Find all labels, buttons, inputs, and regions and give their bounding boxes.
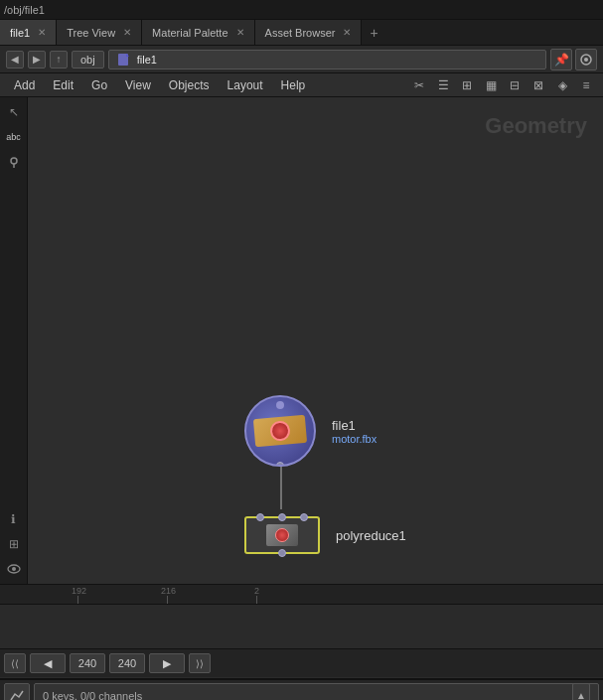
file1-connector-bottom[interactable]: [276, 462, 284, 467]
ruler-tick-line-216: [167, 596, 168, 604]
tool-more-icon[interactable]: ≡: [575, 74, 597, 96]
tab-tree-view-label: Tree View: [67, 27, 115, 39]
tool-box-icon[interactable]: ⊠: [528, 74, 549, 96]
nav-back-button[interactable]: ◀: [6, 51, 24, 69]
path-right-buttons: 📌: [550, 49, 597, 70]
timeline-area: 192 216 2 ⟨⟨ ◀ 240 240 ▶ ⟩⟩: [0, 584, 603, 678]
tab-asset-browser[interactable]: Asset Browser ✕: [255, 20, 363, 45]
nav-up-button[interactable]: ↑: [50, 51, 68, 69]
file1-node-sublabel: motor.fbx: [332, 433, 377, 445]
node-polyreduce1[interactable]: polyreduce1: [244, 516, 406, 554]
polyreduce1-emblem: [275, 528, 289, 542]
ruler-tick-line-2: [256, 596, 257, 604]
tool-grid-icon[interactable]: ⊞: [456, 74, 478, 96]
tab-material-palette[interactable]: Material Palette ✕: [142, 20, 254, 45]
file1-dot-top: [276, 401, 284, 409]
polyreduce1-node-body[interactable]: [244, 516, 320, 554]
tab-asset-browser-label: Asset Browser: [265, 27, 336, 39]
bp-icon-left[interactable]: [4, 683, 30, 701]
sidebar-icon-cursor[interactable]: ↖: [3, 101, 25, 123]
tab-file1[interactable]: file1 ✕: [0, 20, 57, 45]
tool-minus-icon[interactable]: ⊟: [504, 74, 526, 96]
tool-cut-icon[interactable]: ✂: [408, 74, 430, 96]
top-bar-path: /obj/file1: [4, 4, 45, 16]
sidebar-icon-abc[interactable]: abc: [3, 126, 25, 148]
main-area: ↖ abc ℹ ⊞ Geometry: [0, 97, 603, 584]
menu-objects[interactable]: Objects: [161, 76, 218, 94]
bottom-panel: 0 keys, 0/0 channels ▲ Key All Channels …: [0, 678, 603, 700]
eye-icon: [7, 563, 21, 575]
ruler-tick-label-2: 2: [254, 586, 259, 596]
tool-dotgrid-icon[interactable]: ▦: [480, 74, 502, 96]
keys-info-up-arrow[interactable]: ▲: [572, 683, 590, 701]
svg-point-3: [584, 58, 588, 62]
tl-frame-display-left[interactable]: 240: [70, 653, 105, 673]
timeline-ruler: 192 216 2: [0, 585, 603, 605]
ruler-tick-line-192: [77, 596, 78, 604]
breadcrumb-obj[interactable]: obj: [72, 51, 104, 69]
keys-info-text: 0 keys, 0/0 channels: [43, 690, 142, 701]
channel-keys-info: 0 keys, 0/0 channels ▲: [34, 683, 599, 701]
tl-frame-display-right[interactable]: 240: [109, 653, 145, 673]
timeline-controls: ⟨⟨ ◀ 240 240 ▶ ⟩⟩: [0, 649, 603, 677]
polyreduce1-node-label: polyreduce1: [336, 528, 406, 543]
tab-material-palette-label: Material Palette: [152, 27, 227, 39]
bottom-row1: 0 keys, 0/0 channels ▲: [0, 680, 603, 700]
tl-frame-arrow-left[interactable]: ◀: [30, 653, 66, 673]
tab-material-palette-close[interactable]: ✕: [236, 27, 244, 38]
tool-list-icon[interactable]: ☰: [432, 74, 454, 96]
sidebar-icon-location[interactable]: [3, 151, 25, 173]
tl-back-start-button[interactable]: ⟨⟨: [4, 653, 26, 673]
polyreduce1-connector-top-mid[interactable]: [278, 513, 286, 521]
ruler-tick-label-216: 216: [161, 586, 176, 596]
network-canvas[interactable]: Geometry file1 motor.fbx: [28, 97, 603, 584]
file1-inner: [253, 415, 307, 447]
tl-forward-end-button[interactable]: ⟩⟩: [189, 653, 211, 673]
tab-tree-view-close[interactable]: ✕: [123, 27, 131, 38]
file-icon: [117, 53, 131, 67]
file-name: file1: [137, 54, 157, 66]
path-row: ◀ ▶ ↑ obj file1 📌: [0, 46, 603, 73]
node-file1[interactable]: file1 motor.fbx: [244, 395, 377, 467]
geometry-label: Geometry: [485, 113, 587, 139]
graph-icon: [9, 688, 25, 701]
add-tab-button[interactable]: +: [362, 20, 385, 45]
menu-right-icons: ✂ ☰ ⊞ ▦ ⊟ ⊠ ◈ ≡: [408, 74, 597, 96]
sidebar-icon-info[interactable]: ℹ: [3, 508, 25, 530]
file-selector[interactable]: file1: [108, 50, 546, 70]
tab-asset-browser-close[interactable]: ✕: [343, 27, 351, 38]
file1-emblem: [269, 420, 291, 442]
camera-icon: [579, 53, 593, 67]
menu-go[interactable]: Go: [83, 76, 115, 94]
ruler-tick-label-192: 192: [72, 586, 86, 596]
menu-help[interactable]: Help: [273, 76, 314, 94]
menu-add[interactable]: Add: [6, 76, 43, 94]
tab-tree-view[interactable]: Tree View ✕: [57, 20, 142, 45]
menu-edit[interactable]: Edit: [45, 76, 81, 94]
sidebar-icon-grid[interactable]: ⊞: [3, 533, 25, 555]
svg-point-7: [12, 567, 16, 571]
polyreduce1-connector-top-right[interactable]: [300, 513, 308, 521]
polyreduce1-connector-top-left[interactable]: [256, 513, 264, 521]
tl-frame-arrow-right[interactable]: ▶: [149, 653, 185, 673]
camera-icon-btn[interactable]: [575, 49, 597, 70]
connections-svg: [28, 97, 603, 584]
tool-diamond-icon[interactable]: ◈: [551, 74, 573, 96]
polyreduce1-labels: polyreduce1: [328, 528, 406, 543]
tab-file1-close[interactable]: ✕: [38, 27, 46, 38]
sidebar-icon-eye[interactable]: [3, 558, 25, 580]
polyreduce1-connector-bottom[interactable]: [278, 549, 286, 557]
tab-file1-label: file1: [10, 27, 30, 39]
polyreduce1-inner: [266, 524, 298, 546]
menu-layout[interactable]: Layout: [220, 76, 271, 94]
menu-bar: Add Edit Go View Objects Layout Help ✂ ☰…: [0, 73, 603, 97]
tabs-row: file1 ✕ Tree View ✕ Material Palette ✕ A…: [0, 20, 603, 46]
timeline-content[interactable]: [0, 605, 603, 649]
location-icon: [7, 155, 21, 169]
file1-labels: file1 motor.fbx: [324, 418, 377, 445]
left-sidebar: ↖ abc ℹ ⊞: [0, 97, 28, 584]
pin-button[interactable]: 📌: [550, 49, 572, 70]
file1-node-body[interactable]: [244, 395, 316, 467]
nav-forward-button[interactable]: ▶: [28, 51, 46, 69]
menu-view[interactable]: View: [117, 76, 159, 94]
